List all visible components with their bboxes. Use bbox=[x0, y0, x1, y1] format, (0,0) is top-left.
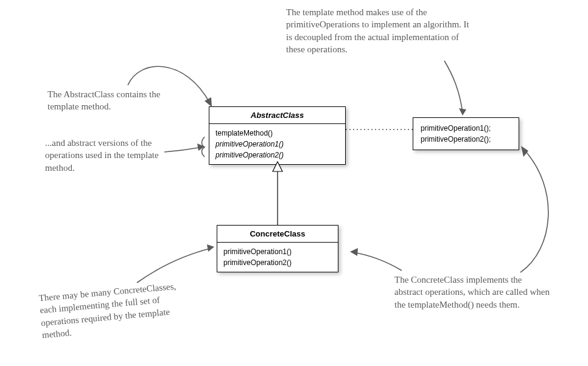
note-line: primitiveOperation1(); bbox=[421, 123, 511, 134]
annotation-bottom-left: There may be many ConcreteClasses, each … bbox=[38, 280, 185, 341]
annotation-arrow-bottomleft-icon bbox=[137, 248, 212, 283]
concrete-class-method: primitiveOperation1() bbox=[223, 246, 332, 257]
annotation-top: The template method makes use of the pri… bbox=[286, 6, 475, 55]
concrete-class-body: primitiveOperation1() primitiveOperation… bbox=[217, 243, 338, 272]
svg-marker-0 bbox=[459, 108, 466, 116]
svg-marker-3 bbox=[207, 244, 214, 252]
annotation-left-2: ...and abstract versions of the operatio… bbox=[45, 137, 182, 174]
abstract-class-method: primitiveOperation1() bbox=[215, 139, 339, 150]
annotation-arrow-bottomright-concrete-icon bbox=[353, 252, 402, 271]
annotation-arrow-top-icon bbox=[444, 61, 463, 112]
abstract-class-method: primitiveOperation2() bbox=[215, 150, 339, 161]
concrete-class-box: ConcreteClass primitiveOperation1() prim… bbox=[217, 225, 338, 272]
brace-icon bbox=[202, 137, 205, 157]
annotation-left-1: The AbstractClass contains the template … bbox=[47, 88, 175, 113]
concrete-class-title: ConcreteClass bbox=[217, 226, 338, 243]
abstract-class-method: templateMethod() bbox=[215, 128, 339, 139]
note-line: primitiveOperation2(); bbox=[421, 134, 511, 145]
abstract-class-body: templateMethod() primitiveOperation1() p… bbox=[209, 124, 345, 164]
abstract-class-box: AbstractClass templateMethod() primitive… bbox=[209, 106, 346, 165]
svg-marker-4 bbox=[350, 248, 358, 256]
svg-marker-5 bbox=[521, 146, 528, 157]
annotation-arrow-bottomright-note-icon bbox=[520, 149, 548, 272]
template-method-note: primitiveOperation1(); primitiveOperatio… bbox=[413, 117, 519, 150]
svg-marker-1 bbox=[205, 97, 212, 107]
abstract-class-title: AbstractClass bbox=[209, 107, 345, 124]
annotation-bottom-right: The ConcreteClass implements the abstrac… bbox=[394, 274, 550, 311]
svg-marker-2 bbox=[197, 143, 205, 151]
concrete-class-method: primitiveOperation2() bbox=[223, 257, 332, 268]
